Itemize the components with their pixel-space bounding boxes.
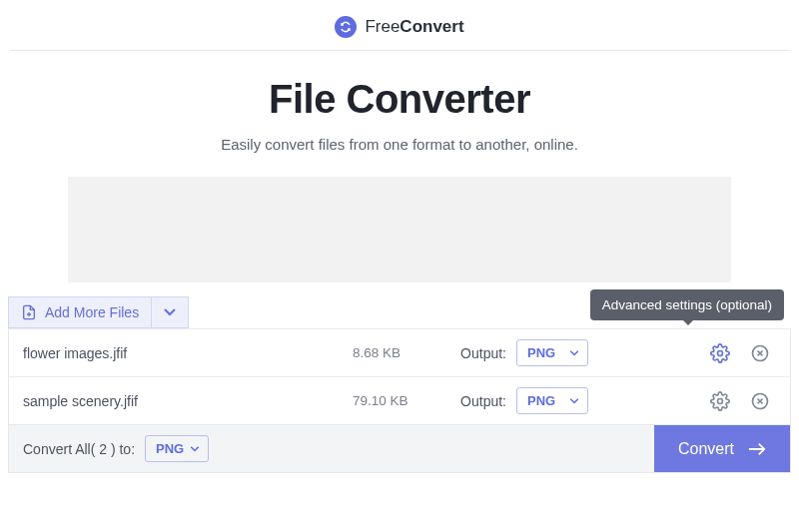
ad-placeholder (68, 177, 731, 282)
output-format-select[interactable]: PNG (516, 339, 588, 366)
page-subtitle: Easily convert files from one format to … (40, 136, 759, 153)
chevron-down-icon (164, 308, 176, 316)
file-name: flower images.jfif (23, 345, 353, 361)
file-size: 79.10 KB (353, 393, 442, 408)
add-more-files-label: Add More Files (45, 304, 139, 320)
output-label: Output: (442, 393, 516, 409)
output-format-select[interactable]: PNG (516, 387, 588, 414)
convert-all-format-select[interactable]: PNG (145, 435, 209, 462)
close-icon (750, 391, 770, 411)
output-format-value: PNG (527, 393, 555, 408)
convert-all-label: Convert All( 2 ) to: (23, 441, 135, 457)
file-plus-icon (21, 304, 37, 320)
chevron-down-icon (190, 446, 200, 452)
file-size: 8.68 KB (353, 345, 442, 360)
table-row: Advanced settings (optional) flower imag… (9, 328, 790, 376)
add-more-files-button[interactable]: Add More Files (8, 296, 152, 328)
remove-file-button[interactable] (750, 343, 770, 363)
convert-button-label: Convert (678, 440, 734, 458)
close-icon (750, 343, 770, 363)
chevron-down-icon (569, 350, 579, 356)
file-name: sample scenery.jfif (23, 393, 353, 409)
convert-button[interactable]: Convert (654, 425, 790, 472)
page-title: File Converter (40, 77, 759, 122)
chevron-down-icon (569, 398, 579, 404)
table-row: sample scenery.jfif 79.10 KB Output: PNG (9, 376, 790, 424)
logo-icon (335, 16, 357, 38)
output-label: Output: (442, 345, 516, 361)
logo-text: FreeConvert (365, 17, 463, 37)
add-more-files-dropdown[interactable] (152, 296, 189, 328)
arrow-right-icon (748, 442, 766, 456)
file-list: Advanced settings (optional) flower imag… (8, 328, 791, 425)
settings-button[interactable] (710, 343, 730, 363)
remove-file-button[interactable] (750, 391, 770, 411)
output-format-value: PNG (527, 345, 555, 360)
gear-icon (710, 343, 730, 363)
gear-icon (710, 391, 730, 411)
logo[interactable]: FreeConvert (335, 16, 463, 38)
svg-point-2 (718, 398, 723, 403)
settings-button[interactable] (710, 391, 730, 411)
svg-point-0 (718, 350, 723, 355)
footer-bar: Convert All( 2 ) to: PNG Convert (8, 425, 791, 473)
convert-all-format-value: PNG (156, 441, 184, 456)
header: FreeConvert (0, 0, 799, 50)
tooltip-advanced-settings: Advanced settings (optional) (590, 289, 784, 320)
